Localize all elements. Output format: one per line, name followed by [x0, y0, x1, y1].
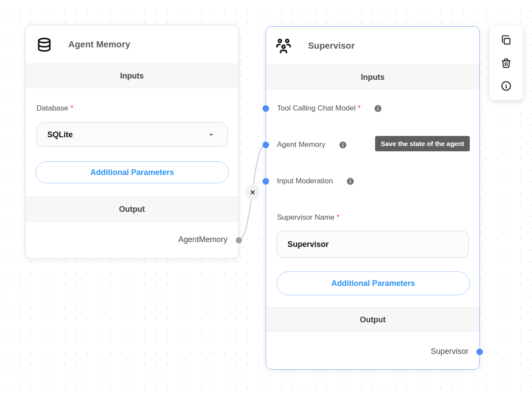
duplicate-icon: [500, 35, 512, 46]
supervisor-name-label-row: Supervisor Name *: [277, 213, 340, 222]
node-supervisor[interactable]: Supervisor Inputs Tool Calling Chat Mode…: [266, 26, 480, 370]
edge-delete-button[interactable]: [245, 185, 260, 200]
info-icon[interactable]: [374, 104, 382, 113]
agent-memory-header: Agent Memory: [25, 25, 238, 64]
output-section-header: Output: [25, 197, 238, 221]
inputs-section-label: Inputs: [361, 73, 385, 82]
agentmemory-output-handle[interactable]: [236, 237, 242, 243]
additional-parameters-button[interactable]: Additional Parameters: [35, 161, 229, 183]
agent-memory-tooltip: Save the state of the agent: [375, 136, 470, 151]
node-toolbar: [489, 26, 523, 100]
supervisor-name-input[interactable]: [277, 231, 469, 258]
info-circle-icon: [500, 80, 512, 92]
anchor-label: Input Moderation: [277, 177, 333, 186]
database-select-value: SQLite: [47, 130, 73, 139]
database-field-label-row: Database *: [36, 104, 73, 113]
required-asterisk: *: [337, 213, 340, 222]
output-anchor-label: Supervisor: [431, 347, 468, 356]
delete-button[interactable]: [489, 52, 523, 75]
trash-icon: [500, 57, 512, 69]
node-agent-memory[interactable]: Agent Memory Inputs Database * SQLite Ad…: [25, 25, 239, 259]
chevron-down-icon: [206, 130, 216, 139]
inputs-section-label: Inputs: [120, 71, 144, 81]
output-section-header: Output: [266, 307, 479, 332]
tool-calling-chat-model-handle[interactable]: [262, 105, 269, 112]
database-label: Database: [36, 104, 68, 113]
supervisor-output-handle[interactable]: [476, 349, 483, 355]
additional-parameters-button[interactable]: Additional Parameters: [277, 271, 470, 295]
required-asterisk: *: [71, 104, 74, 113]
input-moderation-handle[interactable]: [262, 178, 269, 185]
inputs-section-header: Inputs: [25, 64, 238, 88]
output-anchor-row: AgentMemory: [178, 235, 227, 244]
node-title: Supervisor: [308, 41, 355, 51]
x-icon: [250, 189, 255, 195]
node-title: Agent Memory: [68, 39, 130, 50]
info-icon[interactable]: [339, 141, 347, 149]
anchor-row-agent-memory: Agent Memory: [277, 140, 347, 149]
database-select[interactable]: SQLite: [36, 122, 228, 147]
info-icon[interactable]: [346, 177, 355, 186]
anchor-row-input-moderation: Input Moderation: [277, 177, 355, 186]
info-button[interactable]: [489, 75, 523, 97]
anchor-label: Tool Calling Chat Model: [277, 104, 356, 113]
inputs-section-header: Inputs: [266, 65, 479, 89]
anchor-label: Agent Memory: [277, 140, 326, 149]
supervisor-name-label: Supervisor Name: [277, 213, 334, 222]
output-section-label: Output: [119, 205, 145, 214]
supervisor-header: Supervisor: [266, 27, 479, 65]
database-icon: [36, 36, 53, 53]
output-anchor-row: Supervisor: [431, 347, 468, 356]
duplicate-button[interactable]: [489, 29, 523, 52]
output-anchor-label: AgentMemory: [178, 235, 227, 244]
agent-memory-handle[interactable]: [262, 142, 269, 148]
flow-canvas[interactable]: Agent Memory Inputs Database * SQLite Ad…: [0, 0, 532, 396]
output-section-label: Output: [360, 315, 386, 325]
required-asterisk: *: [358, 104, 361, 113]
users-group-icon: [275, 37, 292, 55]
anchor-row-tool-calling-chat-model: Tool Calling Chat Model *: [277, 104, 382, 113]
